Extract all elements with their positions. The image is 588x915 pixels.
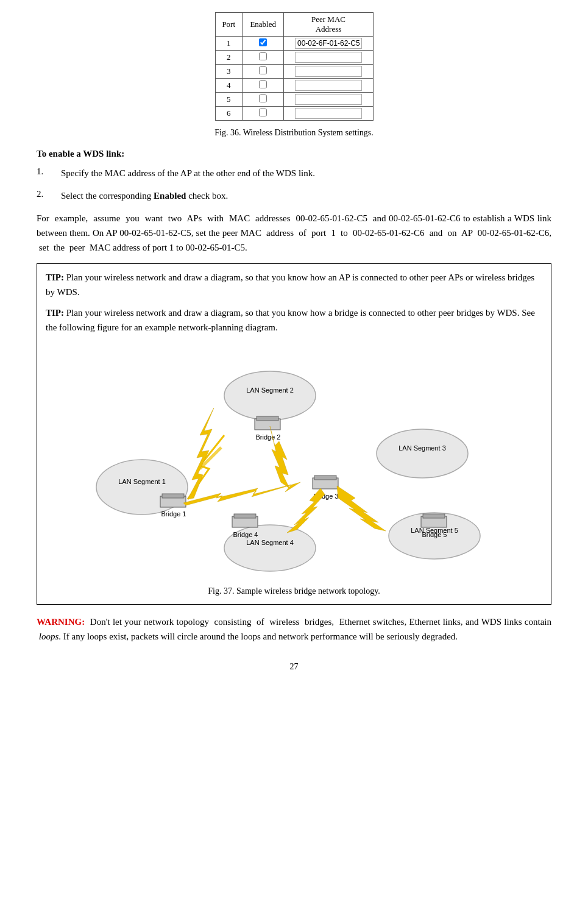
mac-2[interactable] <box>284 51 373 65</box>
step-2-bold: Enabled <box>154 191 186 201</box>
svg-text:Bridge 2: Bridge 2 <box>255 433 280 441</box>
col-port-header: Port <box>215 13 242 37</box>
topology-svg: LAN Segment 1 LAN Segment 2 LAN Segment … <box>81 347 508 579</box>
svg-marker-28 <box>287 488 325 533</box>
step-1-num: 1. <box>37 166 61 180</box>
svg-rect-14 <box>257 416 278 421</box>
table-row: 2 <box>215 51 373 65</box>
fig37-caption: Fig. 37. Sample wireless bridge network … <box>46 585 542 598</box>
port-5: 5 <box>215 93 242 107</box>
enabled-2[interactable] <box>242 51 284 65</box>
mac-5[interactable] <box>284 93 373 107</box>
mac-1[interactable] <box>284 37 373 51</box>
svg-rect-11 <box>162 494 184 498</box>
enabled-4[interactable] <box>242 79 284 93</box>
mac-6[interactable] <box>284 107 373 121</box>
wds-table: Port Enabled Peer MACAddress 1 2 3 <box>215 12 374 121</box>
mac-3[interactable] <box>284 65 373 79</box>
col-enabled-header: Enabled <box>242 13 284 37</box>
svg-marker-29 <box>183 482 300 505</box>
svg-rect-23 <box>423 514 445 518</box>
svg-text:LAN Segment 4: LAN Segment 4 <box>246 539 294 546</box>
port-1: 1 <box>215 37 242 51</box>
mac-4[interactable] <box>284 79 373 93</box>
svg-text:Bridge 4: Bridge 4 <box>233 531 258 538</box>
svg-text:Bridge 1: Bridge 1 <box>161 510 186 518</box>
tip1-text: Plan your wireless network and draw a di… <box>46 272 534 297</box>
enabled-5[interactable] <box>242 93 284 107</box>
warning-text: Don't let your network topology consisti… <box>37 617 551 641</box>
section-heading: To enable a WDS link: <box>37 149 551 159</box>
network-diagram: LAN Segment 1 LAN Segment 2 LAN Segment … <box>46 347 542 579</box>
tip2-text: Plan your wireless network and draw a di… <box>46 308 535 332</box>
tip2-label: TIP: <box>46 308 64 318</box>
enabled-1[interactable] <box>242 37 284 51</box>
table-row: 4 <box>215 79 373 93</box>
step-1: 1. Specify the MAC address of the AP at … <box>37 166 551 180</box>
step-1-content: Specify the MAC address of the AP at the… <box>61 166 315 180</box>
table-row: 6 <box>215 107 373 121</box>
svg-rect-17 <box>314 475 336 480</box>
svg-marker-27 <box>337 486 386 531</box>
body-para: For example, assume you want two APs wit… <box>37 211 551 255</box>
fig36-caption: Fig. 36. Wireless Distribution System se… <box>214 128 374 138</box>
col-mac-header: Peer MACAddress <box>284 13 373 37</box>
table-row: 5 <box>215 93 373 107</box>
tip1-para: TIP: Plan your wireless network and draw… <box>46 270 542 299</box>
svg-text:LAN Segment 1: LAN Segment 1 <box>118 478 166 485</box>
svg-text:LAN Segment 3: LAN Segment 3 <box>398 444 446 452</box>
table-row: 1 <box>215 37 373 51</box>
port-4: 4 <box>215 79 242 93</box>
step-2-content: Select the corresponding Enabled check b… <box>61 189 228 203</box>
svg-text:LAN Segment 2: LAN Segment 2 <box>246 386 294 394</box>
fig36-container: Port Enabled Peer MACAddress 1 2 3 <box>37 12 551 138</box>
svg-rect-20 <box>234 514 256 518</box>
port-3: 3 <box>215 65 242 79</box>
page-number: 27 <box>37 662 551 672</box>
step-2-num: 2. <box>37 189 61 203</box>
warning-para: WARNING: Don't let your network topology… <box>37 614 551 644</box>
port-6: 6 <box>215 107 242 121</box>
tip2-para: TIP: Plan your wireless network and draw… <box>46 305 542 335</box>
svg-text:Bridge 5: Bridge 5 <box>422 531 447 538</box>
tip1-label: TIP: <box>46 272 64 282</box>
enabled-3[interactable] <box>242 65 284 79</box>
tip-box: TIP: Plan your wireless network and draw… <box>37 263 551 605</box>
warning-loops-italic: loops <box>39 632 59 641</box>
port-2: 2 <box>215 51 242 65</box>
table-row: 3 <box>215 65 373 79</box>
warning-label: WARNING: <box>37 617 85 627</box>
svg-point-2 <box>224 371 316 420</box>
step-2: 2. Select the corresponding Enabled chec… <box>37 189 551 203</box>
enabled-6[interactable] <box>242 107 284 121</box>
svg-point-4 <box>377 429 468 478</box>
